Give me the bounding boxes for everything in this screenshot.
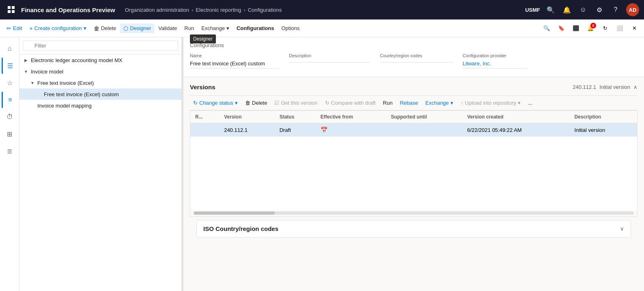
notif-badge-wrap: 🔔 0 <box>584 22 597 35</box>
table-row[interactable]: 240.112.1 Draft 📅 6/22/2021 05:49:22 AM … <box>190 123 637 137</box>
expand-icon-fti: ▼ <box>29 80 36 86</box>
filter-row: 🔍 <box>19 37 181 54</box>
tree-item-ftic[interactable]: ▶ Free text invoice (Excel) custom <box>19 88 181 100</box>
notification-icon[interactable]: 🔔 <box>561 4 573 15</box>
action-bar: ✏ Edit + Create configuration ▾ 🗑 Delete… <box>0 19 644 37</box>
compare-icon: ↻ <box>325 100 330 106</box>
versions-run-label: Run <box>383 100 393 106</box>
upload-repository-button[interactable]: ↑ Upload into repository ▾ <box>457 98 524 108</box>
more-button[interactable]: ... <box>525 98 536 108</box>
col-header-supported: Supported until <box>386 111 462 123</box>
table-header-row: R... Version Status Effective from Suppo… <box>190 111 637 123</box>
panel-icon[interactable]: ⬛ <box>569 22 582 35</box>
calendar-icon[interactable]: 📅 <box>321 127 327 133</box>
run-button[interactable]: Run <box>181 24 197 33</box>
h-scrollbar-thumb[interactable] <box>194 211 275 215</box>
content-fields: Name Free text invoice (Excel) custom De… <box>190 50 638 72</box>
history-nav-icon[interactable]: ⏱ <box>2 109 18 125</box>
home-nav-icon[interactable]: ⌂ <box>2 41 18 57</box>
breadcrumb-sep-2: › <box>243 7 245 13</box>
iso-section: ISO Country/region codes ∨ <box>196 220 631 237</box>
provider-field-label: Configuration provider <box>463 53 528 58</box>
close-icon[interactable]: ✕ <box>628 22 641 35</box>
breadcrumb-configurations[interactable]: Configurations <box>248 7 282 13</box>
rebase-button[interactable]: Rebase <box>396 98 421 108</box>
apps-grid-button[interactable] <box>5 3 18 16</box>
iso-collapse-icon[interactable]: ∨ <box>620 226 624 232</box>
expand-icon-invoice: ▼ <box>23 68 29 75</box>
tree-label-elm: Electronic ledger accounting model MX <box>31 57 122 63</box>
exchange-label: Exchange <box>201 25 225 31</box>
options-button[interactable]: Options <box>278 24 303 33</box>
versions-run-button[interactable]: Run <box>380 98 396 108</box>
create-label: Create configuration <box>34 25 82 31</box>
country-field-value[interactable] <box>380 59 453 63</box>
settings-icon[interactable]: ⚙ <box>594 4 605 15</box>
search-bar-icon[interactable]: 🔍 <box>540 22 553 35</box>
bookmark-icon[interactable]: 🔖 <box>555 22 568 35</box>
filter-nav-icon[interactable]: ☰ <box>2 58 18 74</box>
edit-button[interactable]: ✏ Edit <box>3 24 25 33</box>
get-version-icon: ☑ <box>274 100 279 106</box>
designer-button[interactable]: ⬡ Designer <box>120 24 154 33</box>
refresh-icon[interactable]: ↻ <box>599 22 612 35</box>
change-status-dropdown: ▾ <box>235 100 238 106</box>
org-label: USMF <box>525 7 540 13</box>
change-status-label: Change status <box>199 100 233 106</box>
create-config-button[interactable]: + Create configuration ▾ <box>26 24 89 33</box>
validate-button[interactable]: Validate <box>155 24 180 33</box>
svg-rect-3 <box>12 10 15 13</box>
get-version-button[interactable]: ☑ Get this version <box>271 98 321 108</box>
search-top-icon[interactable]: 🔍 <box>545 4 556 15</box>
description-field-label: Description <box>289 53 370 58</box>
rebase-label: Rebase <box>400 100 418 106</box>
avatar[interactable]: AD <box>626 3 639 16</box>
breadcrumb-reporting[interactable]: Electronic reporting <box>196 7 241 13</box>
grid-nav-icon[interactable]: ⊞ <box>2 126 18 142</box>
tree-item-invoice[interactable]: ▼ Invoice model <box>19 66 181 77</box>
svg-rect-1 <box>12 6 15 9</box>
versions-delete-button[interactable]: 🗑 Delete <box>242 98 271 108</box>
content-header: Configurations Name Free text invoice (E… <box>183 37 644 77</box>
tree-item-fti[interactable]: ▼ Free text invoice (Excel) <box>19 77 181 88</box>
exchange-button[interactable]: Exchange ▾ <box>198 24 233 33</box>
list-nav-icon[interactable]: ≣ <box>2 143 18 159</box>
configurations-tab[interactable]: Configurations <box>233 24 277 33</box>
cell-status: Draft <box>275 123 316 137</box>
tree-item-elm[interactable]: ▶ Electronic ledger accounting model MX <box>19 54 181 66</box>
col-header-r: R... <box>190 111 219 123</box>
emoji-icon[interactable]: ☺ <box>577 4 589 15</box>
filter-wrap: 🔍 <box>23 41 178 51</box>
compare-draft-button[interactable]: ↻ Compare with draft <box>322 98 379 108</box>
svg-rect-0 <box>8 6 11 9</box>
tree-label-ftic: Free text invoice (Excel) custom <box>44 91 119 97</box>
star-nav-icon[interactable]: ☆ <box>2 75 18 91</box>
cell-supported <box>386 123 462 137</box>
version-number: 240.112.1 <box>573 84 596 90</box>
filter-input[interactable] <box>23 41 178 51</box>
svg-rect-2 <box>8 10 11 13</box>
upload-dropdown-icon: ▾ <box>518 100 521 106</box>
description-field-value[interactable] <box>289 59 370 63</box>
help-icon[interactable]: ? <box>610 4 621 15</box>
versions-collapse-icon[interactable]: ∧ <box>633 84 638 90</box>
change-status-button[interactable]: ↻ Change status ▾ <box>190 98 241 108</box>
versions-badge: 240.112.1 Initial version ∧ <box>573 84 638 90</box>
delete-button[interactable]: 🗑 Delete <box>90 24 120 33</box>
versions-section: Versions 240.112.1 Initial version ∧ ↻ C… <box>183 77 644 244</box>
menu-nav-icon[interactable]: ≡ <box>2 92 18 108</box>
name-field-value[interactable]: Free text invoice (Excel) custom <box>190 59 279 69</box>
versions-delete-label: Delete <box>252 100 267 106</box>
version-initial-label: Initial version <box>599 84 630 90</box>
open-icon[interactable]: ⬜ <box>613 22 626 35</box>
country-field-label: Country/region codes <box>380 53 453 58</box>
breadcrumb-org[interactable]: Organization administration <box>125 7 189 13</box>
exchange-dropdown-icon: ▾ <box>226 25 229 31</box>
app-title: Finance and Operations Preview <box>21 6 115 13</box>
versions-exchange-button[interactable]: Exchange ▾ <box>422 98 457 108</box>
tree-item-imm[interactable]: ▶ Invoice model mapping <box>19 100 181 111</box>
cell-effective: 📅 <box>316 123 386 137</box>
country-field-group: Country/region codes <box>380 53 453 69</box>
provider-field-value[interactable]: Litware, Inc. <box>463 59 528 69</box>
col-header-status: Status <box>275 111 316 123</box>
